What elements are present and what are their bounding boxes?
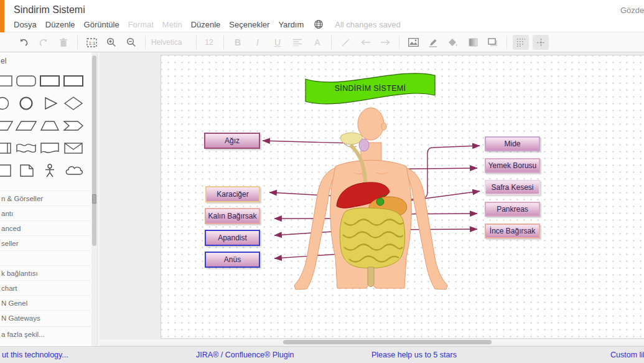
italic-button[interactable]: I (250, 35, 266, 50)
footer: ut this technology... JIRA® / Confluence… (0, 346, 644, 363)
arrow-right-button[interactable] (377, 35, 393, 50)
splitter-grip[interactable] (92, 194, 96, 204)
connector-to-mide (380, 146, 480, 201)
underline-button[interactable]: U (269, 35, 286, 50)
menu-dosya-0[interactable]: Dosya (14, 20, 37, 29)
organ-label-box[interactable]: Ağız (204, 133, 260, 149)
shape-rectangle[interactable] (39, 73, 60, 88)
menu-d-zenle-1[interactable]: Düzenle (45, 20, 75, 29)
organ-label-box[interactable]: Pankreas (485, 202, 540, 217)
guides-toggle-button[interactable] (533, 35, 549, 50)
shape-trapezoid[interactable] (39, 118, 60, 133)
footer-link-technology[interactable]: ut this technology... (2, 351, 68, 359)
shape-circle[interactable] (0, 96, 13, 111)
shape-process[interactable] (0, 141, 13, 156)
menu-g-r-nt-le-2[interactable]: Görüntüle (84, 20, 119, 29)
organ-liver (337, 182, 390, 208)
connector-to-yemek-borusu (369, 168, 477, 169)
organ-mouth (340, 133, 362, 144)
shape-note[interactable] (16, 163, 37, 178)
shape-envelope[interactable] (63, 141, 84, 156)
organ-label-box[interactable]: Kalın Bağırsak (205, 208, 260, 224)
shape-actor[interactable] (39, 163, 60, 178)
organ-label-box[interactable]: İnce Bağırsak (485, 224, 540, 238)
footer-link-rate-us[interactable]: Please help us to 5 stars (371, 351, 457, 359)
drawing-page[interactable]: SİNDİRİM SİSTEMİ AğızKaraciğerKalın Bağı… (161, 55, 644, 339)
arrow-left-button[interactable] (357, 35, 373, 50)
shape-diamond[interactable] (63, 96, 84, 111)
header: Sindirim Sistemi DosyaDüzenleGörüntüleFo… (0, 0, 644, 32)
shape-cloud[interactable] (63, 163, 84, 178)
document-title: Sindirim Sistemi (14, 4, 85, 16)
shape-step[interactable] (63, 118, 84, 133)
organ-label-box[interactable]: Anüs (205, 252, 260, 268)
shape-circle[interactable] (16, 96, 37, 111)
horizontal-scrollbar-thumb[interactable] (283, 340, 492, 344)
font-color-button[interactable]: A (309, 35, 325, 50)
organ-label-box[interactable]: Safra Kesesi (485, 180, 540, 195)
organ-label-box[interactable]: Yemek Borusu (485, 158, 540, 173)
shapes-section-label[interactable]: el (1, 57, 6, 65)
fill-color-button[interactable] (445, 35, 461, 50)
sidebar-section-item[interactable]: n & Görseller (0, 191, 91, 205)
sidebar-section-item[interactable]: antı (0, 205, 91, 220)
organ-label-box[interactable]: Apandist (205, 230, 260, 246)
menu-metin-4: Metin (162, 20, 182, 29)
organ-label-box[interactable]: Mide (485, 136, 540, 151)
font-family-select[interactable]: Helvetica (151, 38, 192, 47)
zoom-out-button[interactable] (123, 35, 139, 50)
footer-link-jira-plugin[interactable]: JIRA® / Confluence® Plugin (196, 351, 294, 359)
language-globe-icon[interactable] (314, 19, 324, 29)
sidebar-section-item[interactable]: seller (0, 235, 91, 250)
sidebar-section-item[interactable]: N Genel (0, 295, 91, 310)
sidebar-section-item[interactable]: anced (0, 220, 91, 235)
font-size-select[interactable]: 12 (200, 38, 218, 47)
body-head (358, 108, 384, 140)
undo-button[interactable] (16, 35, 32, 50)
shape-parallelogram[interactable] (0, 118, 13, 133)
connector-to-pankreas (384, 214, 477, 214)
sidebar-section-item[interactable] (0, 250, 91, 265)
shape-card[interactable] (0, 163, 13, 178)
connector-to-safra-kesesi (382, 191, 480, 204)
menu-yard-m-7[interactable]: Yardım (278, 20, 304, 29)
shape-document[interactable] (39, 141, 60, 156)
sidebar-section-item[interactable]: N Gateways (0, 310, 91, 325)
title-banner[interactable]: SİNDİRİM SİSTEMİ (304, 70, 436, 105)
menu-se-enekler-6[interactable]: Seçenekler (229, 20, 269, 29)
shape-parallelogram[interactable] (16, 118, 37, 133)
shape-rounded-rectangle[interactable] (16, 73, 37, 88)
shadow-button[interactable] (485, 35, 501, 50)
organ-label-box[interactable]: Karaciğer (205, 186, 260, 202)
menu-d-zenle-5[interactable]: Düzenle (191, 20, 221, 29)
zoom-in-button[interactable] (103, 35, 119, 50)
shape-rectangle[interactable] (63, 73, 84, 88)
banner-label: SİNDİRİM SİSTEMİ (304, 70, 436, 105)
sidebar-section-item[interactable]: k bağlantısı (0, 265, 91, 280)
shape-rectangle[interactable] (0, 73, 13, 88)
user-name[interactable]: Gözde Y (620, 6, 644, 15)
insert-image-button[interactable] (405, 35, 421, 50)
connector-to-karaciger (269, 192, 349, 197)
gradient-button[interactable] (465, 35, 481, 50)
connector-to-anus (274, 252, 367, 258)
body-torso (330, 160, 411, 288)
sidebar-more-shapes[interactable]: a fazla şekil... (0, 326, 91, 341)
grid-toggle-button[interactable] (513, 35, 529, 50)
shape-tape[interactable] (16, 141, 37, 156)
canvas-area: SİNDİRİM SİSTEMİ AğızKaraciğerKalın Bağı… (100, 52, 644, 346)
menu-format-3: Format (128, 20, 154, 29)
reset-zoom-button[interactable]: 1:1 (83, 35, 100, 50)
bold-button[interactable]: B (230, 35, 246, 50)
line-color-button[interactable] (425, 35, 441, 50)
delete-button[interactable] (55, 35, 72, 50)
redo-button[interactable] (35, 35, 52, 50)
sidebar-section-item[interactable]: chart (0, 280, 91, 295)
shape-palette (0, 70, 88, 182)
line-tool-button[interactable] (337, 35, 353, 50)
horizontal-scrollbar[interactable] (100, 339, 644, 345)
footer-link-custom-libraries[interactable]: Custom libra (610, 351, 644, 359)
align-button[interactable] (289, 35, 306, 50)
connector-to-apandist (274, 229, 381, 235)
shape-triangle[interactable] (39, 96, 60, 111)
